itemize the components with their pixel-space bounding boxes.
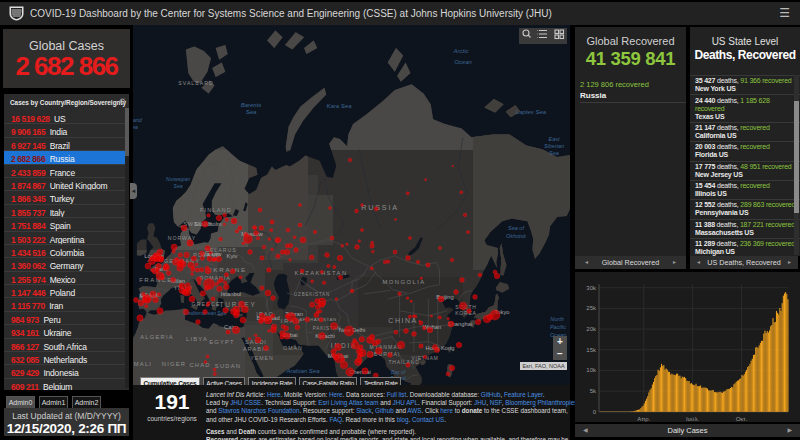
svg-text:KOREA: KOREA	[455, 310, 477, 316]
svg-text:Ocean: Ocean	[454, 59, 472, 65]
svg-text:MONGOLIA: MONGOLIA	[382, 279, 425, 285]
svg-text:Kyiv: Kyiv	[227, 253, 238, 259]
svg-text:Barents: Barents	[241, 102, 262, 108]
svg-text:FRANCE: FRANCE	[139, 277, 173, 283]
svg-text:Siberian: Siberian	[544, 143, 564, 149]
svg-text:25k: 25k	[586, 305, 597, 311]
svg-text:LIBYA: LIBYA	[186, 336, 208, 342]
svg-text:SUDAN: SUDAN	[215, 363, 241, 369]
svg-text:Laptev Sea: Laptev Sea	[516, 109, 547, 115]
svg-text:CHINA: CHINA	[388, 317, 417, 324]
svg-text:5k: 5k	[590, 388, 597, 394]
svg-text:North: North	[550, 316, 563, 322]
svg-text:NIGER: NIGER	[162, 361, 186, 367]
svg-text:RUSSIA: RUSSIA	[361, 203, 399, 212]
svg-text:Arctic: Arctic	[453, 48, 469, 54]
svg-text:20k: 20k	[586, 326, 597, 332]
svg-text:YEMEN: YEMEN	[250, 355, 273, 361]
svg-text:Sea: Sea	[133, 124, 138, 130]
svg-text:Greenland: Greenland	[133, 117, 143, 123]
svg-text:Istanbul: Istanbul	[221, 291, 241, 297]
svg-text:East: East	[548, 136, 559, 142]
svg-text:SVALBARD: SVALBARD	[178, 80, 213, 86]
svg-text:NORWAY: NORWAY	[168, 235, 197, 241]
svg-text:Okhotsk: Okhotsk	[506, 233, 526, 239]
svg-text:UZBEKISTAN: UZBEKISTAN	[294, 292, 330, 297]
svg-text:Sea of: Sea of	[508, 225, 524, 231]
svg-text:Ιούλ.: Ιούλ.	[686, 416, 699, 422]
svg-text:Kara Sea: Kara Sea	[326, 103, 352, 109]
svg-text:Sea: Sea	[174, 183, 183, 189]
svg-text:UKRAINE: UKRAINE	[207, 266, 247, 273]
svg-text:Hong Kong: Hong Kong	[425, 345, 454, 351]
svg-text:OMAN: OMAN	[283, 345, 303, 351]
svg-text:ALGERIA: ALGERIA	[140, 334, 174, 340]
svg-text:10k: 10k	[586, 367, 597, 373]
svg-text:Απρ.: Απρ.	[637, 416, 651, 422]
svg-text:Sea: Sea	[549, 150, 559, 156]
svg-text:MALI: MALI	[134, 361, 152, 367]
svg-text:Pacific: Pacific	[550, 324, 566, 330]
svg-text:CHAD: CHAD	[189, 362, 210, 368]
svg-text:FINLAND: FINLAND	[200, 207, 232, 213]
svg-text:30k: 30k	[586, 285, 597, 291]
svg-text:Οκτ.: Οκτ.	[736, 416, 748, 422]
svg-text:EGYPT: EGYPT	[209, 339, 235, 345]
svg-text:Sea: Sea	[246, 109, 257, 115]
svg-text:Norwegian: Norwegian	[166, 176, 190, 182]
svg-text:15k: 15k	[586, 347, 597, 353]
svg-text:0: 0	[593, 409, 597, 415]
